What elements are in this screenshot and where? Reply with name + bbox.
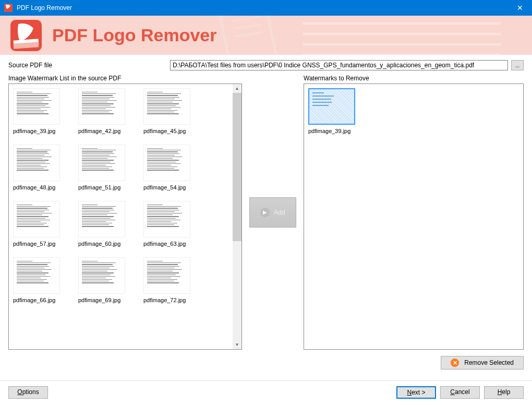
scroll-down-icon[interactable]: ▼ bbox=[233, 340, 241, 349]
thumbnail-caption: pdfimage_54.jpg bbox=[143, 184, 186, 190]
thumbnail-icon bbox=[13, 88, 60, 125]
svg-line-3 bbox=[233, 25, 262, 29]
thumbnail-icon bbox=[13, 201, 60, 237]
cancel-button[interactable]: Cancel bbox=[440, 386, 480, 399]
list-item[interactable]: pdfimage_63.jpg bbox=[143, 201, 193, 247]
remove-selected-button[interactable]: ✕ Remove Selected bbox=[441, 356, 524, 370]
app-title: PDF Logo Remover bbox=[52, 25, 216, 45]
next-button[interactable]: Next > bbox=[396, 386, 436, 399]
app-logo bbox=[10, 20, 42, 51]
thumbnail-caption: pdfimage_45.jpg bbox=[143, 128, 186, 134]
list-item[interactable]: pdfimage_66.jpg bbox=[13, 257, 63, 303]
thumbnail-icon bbox=[78, 201, 125, 237]
thumbnail-icon bbox=[78, 88, 125, 125]
watermark-list[interactable]: pdfimage_39.jpgpdfimage_42.jpgpdfimage_4… bbox=[8, 84, 242, 350]
source-label: Source PDF file bbox=[8, 62, 170, 69]
svg-line-2 bbox=[232, 17, 261, 21]
list-item[interactable]: pdfimage_48.jpg bbox=[13, 145, 63, 190]
thumbnail-icon bbox=[78, 145, 125, 181]
thumbnail-caption: pdfimage_39.jpg bbox=[308, 128, 350, 134]
options-button[interactable]: Options bbox=[8, 386, 48, 399]
decor-lines-icon bbox=[303, 16, 501, 55]
thumbnail-icon bbox=[143, 257, 190, 294]
list-item[interactable]: pdfimage_69.jpg bbox=[78, 257, 128, 303]
scroll-up-icon[interactable]: ▲ bbox=[233, 84, 241, 93]
scroll-thumb[interactable] bbox=[233, 93, 241, 241]
thumbnail-icon bbox=[13, 257, 60, 294]
thumbnail-caption: pdfimage_39.jpg bbox=[13, 128, 55, 134]
help-rest: elp bbox=[502, 388, 510, 396]
list-item[interactable]: pdfimage_54.jpg bbox=[143, 145, 193, 190]
cancel-rest: ancel bbox=[455, 388, 470, 396]
help-button[interactable]: Help bbox=[484, 386, 524, 399]
list-item[interactable]: pdfimage_42.jpg bbox=[78, 88, 128, 134]
right-panel-label: Watermarks to Remove bbox=[304, 75, 524, 82]
list-item[interactable]: pdfimage_57.jpg bbox=[13, 201, 63, 247]
list-item[interactable]: pdfimage_45.jpg bbox=[143, 88, 193, 134]
cancel-mnemonic: C bbox=[450, 388, 455, 396]
header-banner: PDF Logo Remover bbox=[0, 16, 532, 55]
add-arrow-icon: ▶ bbox=[260, 208, 270, 217]
thumbnail-icon bbox=[143, 201, 190, 237]
footer: Options Next > Cancel Help bbox=[0, 380, 532, 405]
add-button: ▶ Add bbox=[249, 197, 296, 228]
titlebar: PDF Logo Remover ✕ bbox=[0, 0, 532, 16]
options-mnemonic: O bbox=[17, 388, 22, 396]
svg-line-4 bbox=[234, 32, 263, 37]
thumbnail-caption: pdfimage_63.jpg bbox=[143, 241, 186, 247]
window-title: PDF Logo Remover bbox=[17, 4, 508, 11]
thumbnail-caption: pdfimage_69.jpg bbox=[78, 297, 120, 303]
thumbnail-caption: pdfimage_66.jpg bbox=[13, 297, 55, 303]
decor-page-icon bbox=[219, 16, 287, 55]
thumbnail-icon bbox=[143, 145, 190, 181]
next-rest: ext > bbox=[412, 389, 425, 396]
thumbnail-caption: pdfimage_57.jpg bbox=[13, 241, 55, 247]
thumbnail-icon bbox=[13, 145, 60, 181]
thumbnail-caption: pdfimage_72.jpg bbox=[143, 297, 186, 303]
thumbnail-icon bbox=[78, 257, 125, 294]
thumbnail-caption: pdfimage_48.jpg bbox=[13, 184, 55, 190]
list-item[interactable]: pdfimage_60.jpg bbox=[78, 201, 128, 247]
app-icon bbox=[4, 4, 13, 12]
close-button[interactable]: ✕ bbox=[508, 0, 532, 16]
list-item[interactable]: pdfimage_39.jpg bbox=[13, 88, 63, 134]
next-mnemonic: N bbox=[407, 389, 412, 396]
list-item[interactable]: pdfimage_39.jpg bbox=[308, 88, 358, 134]
list-item[interactable]: pdfimage_72.jpg bbox=[143, 257, 193, 303]
close-icon: ✕ bbox=[517, 4, 523, 12]
thumbnail-caption: pdfimage_42.jpg bbox=[78, 128, 120, 134]
remove-icon: ✕ bbox=[451, 359, 459, 367]
list-item[interactable]: pdfimage_51.jpg bbox=[78, 145, 128, 190]
source-path-input[interactable] bbox=[170, 60, 508, 70]
remove-list[interactable]: pdfimage_39.jpg bbox=[304, 84, 524, 350]
thumbnail-caption: pdfimage_51.jpg bbox=[78, 184, 120, 190]
options-rest: ptions bbox=[22, 388, 39, 396]
scrollbar[interactable]: ▲ ▼ bbox=[233, 84, 241, 349]
thumbnail-icon bbox=[308, 88, 355, 125]
thumbnail-icon bbox=[143, 88, 190, 125]
left-panel-label: Image Watermark List in the source PDF bbox=[8, 75, 242, 82]
thumbnail-caption: pdfimage_60.jpg bbox=[78, 241, 120, 247]
browse-button[interactable]: ... bbox=[511, 60, 524, 70]
